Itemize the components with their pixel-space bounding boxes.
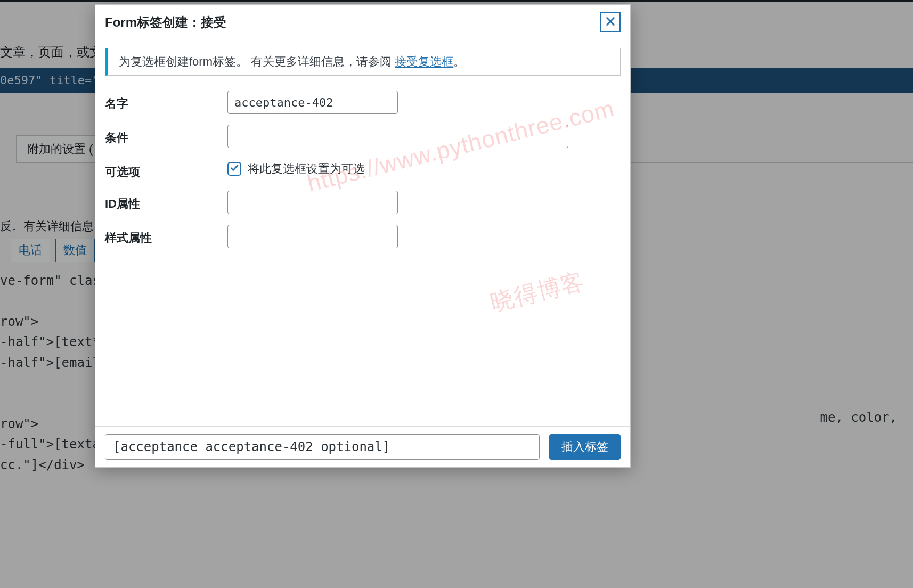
optional-checkbox-label: 将此复选框设置为可选 <box>248 161 365 177</box>
info-link-acceptance-checkbox[interactable]: 接受复选框 <box>395 55 453 68</box>
insert-tag-button[interactable]: 插入标签 <box>549 434 621 460</box>
modal-body: 名字 条件 可选项 将此复选框设置为可选 <box>95 81 630 426</box>
label-class-attr: 样式属性 <box>105 225 227 246</box>
class-attr-input[interactable] <box>227 225 398 248</box>
modal-footer: 插入标签 <box>95 426 630 467</box>
info-text-post: 。 <box>453 55 465 68</box>
close-icon <box>605 15 616 29</box>
row-class-attr: 样式属性 <box>105 219 621 254</box>
condition-input[interactable] <box>227 125 568 148</box>
bg-tag-btn-number: 数值 <box>55 239 95 262</box>
modal-title: Form标签创建：接受 <box>105 14 226 31</box>
form-tag-modal: Form标签创建：接受 为复选框创建form标签。 有关更多详细信息，请参阅 接… <box>95 4 631 468</box>
optional-checkbox[interactable] <box>227 162 241 176</box>
modal-info-notice: 为复选框创建form标签。 有关更多详细信息，请参阅 接受复选框。 <box>105 48 621 76</box>
bg-code-hint: me, color, <box>820 410 898 425</box>
bg-tab-attached-settings: 附加的设置 ( <box>16 135 104 162</box>
row-condition: 条件 <box>105 119 621 153</box>
label-name: 名字 <box>105 91 227 112</box>
row-optional: 可选项 将此复选框设置为可选 <box>105 153 621 185</box>
row-id-attr: ID属性 <box>105 185 621 219</box>
modal-header: Form标签创建：接受 <box>95 5 630 40</box>
modal-close-button[interactable] <box>600 12 621 32</box>
generated-tag-output[interactable] <box>105 434 540 460</box>
id-attr-input[interactable] <box>227 191 398 214</box>
bg-tag-btn-phone: 电话 <box>11 239 50 262</box>
row-name: 名字 <box>105 85 621 119</box>
label-id-attr: ID属性 <box>105 191 227 212</box>
bg-tag-buttons: 电话 数值 <box>11 239 95 262</box>
info-text-pre: 为复选框创建form标签。 有关更多详细信息，请参阅 <box>119 55 395 68</box>
checkmark-icon <box>230 162 239 176</box>
bg-info-line: 反。有关详细信息， <box>0 218 105 234</box>
name-input[interactable] <box>227 91 398 114</box>
bg-topbar <box>0 0 913 2</box>
bg-code-block: ve-form" class row"> -half">[text* -half… <box>0 271 108 475</box>
label-optional: 可选项 <box>105 159 227 180</box>
label-condition: 条件 <box>105 125 227 146</box>
